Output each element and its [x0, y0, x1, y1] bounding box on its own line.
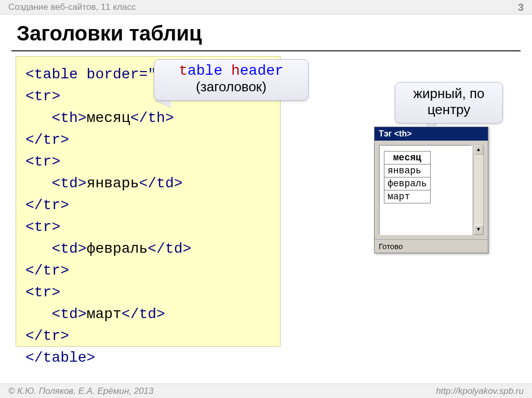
scroll-down-icon[interactable]: ▼: [474, 225, 483, 235]
course-label: Создание веб-сайтов, 11 класс: [8, 2, 136, 12]
footer-author: © К.Ю. Поляков, Е.А. Ерёмин, 2013: [8, 386, 154, 396]
title-rule: [11, 50, 521, 51]
code-line: <th>месяц</th>: [25, 107, 271, 129]
code-line: </table>: [25, 347, 271, 369]
table-cell: февраль: [384, 177, 431, 190]
code-line: <td>февраль</td>: [25, 238, 271, 260]
status-bar: Готово: [375, 239, 488, 253]
table-cell: март: [384, 190, 431, 203]
code-line: </tr>: [25, 260, 271, 282]
scrollbar[interactable]: ▲ ▼: [473, 145, 484, 235]
callout-line: центру: [405, 102, 493, 118]
callout-sub: (заголовок): [164, 79, 299, 95]
scroll-up-icon[interactable]: ▲: [474, 145, 483, 155]
bottombar: © К.Ю. Поляков, Е.А. Ерёмин, 2013 http:/…: [0, 383, 532, 398]
viewport: месяц январь февраль март: [379, 145, 472, 235]
callout-line: table header: [164, 63, 299, 79]
footer-url: http://kpolyakov.spb.ru: [436, 386, 524, 396]
code-line: <tr>: [25, 216, 271, 238]
code-line: </tr>: [25, 195, 271, 216]
table-header-cell: месяц: [384, 152, 431, 164]
code-line: <tr>: [25, 151, 271, 173]
code-line: <td>март</td>: [25, 304, 271, 325]
window-client: месяц январь февраль март ▲ ▼: [375, 141, 488, 239]
code-line: </tr>: [25, 325, 271, 347]
page-number: 3: [518, 0, 524, 15]
callout-table-header: table header (заголовок): [154, 59, 309, 101]
topbar: Создание веб-сайтов, 11 класс 3: [0, 0, 532, 15]
window-titlebar: Тэг <th>: [375, 127, 488, 141]
window-title: Тэг <th>: [379, 129, 412, 139]
preview-window: Тэг <th> месяц январь февраль март ▲ ▼ Г…: [374, 127, 488, 253]
callout-bold-center: жирный, по центру: [395, 82, 503, 123]
page-title: Заголовки таблиц: [17, 22, 202, 45]
callout-line: жирный, по: [405, 86, 493, 102]
slide: Создание веб-сайтов, 11 класс 3 Заголовк…: [0, 0, 532, 398]
code-line: </tr>: [25, 129, 271, 151]
code-line: <tr>: [25, 282, 271, 304]
rendered-table: месяц январь февраль март: [384, 151, 431, 203]
code-line: <td>январь</td>: [25, 173, 271, 195]
table-cell: январь: [384, 164, 431, 177]
